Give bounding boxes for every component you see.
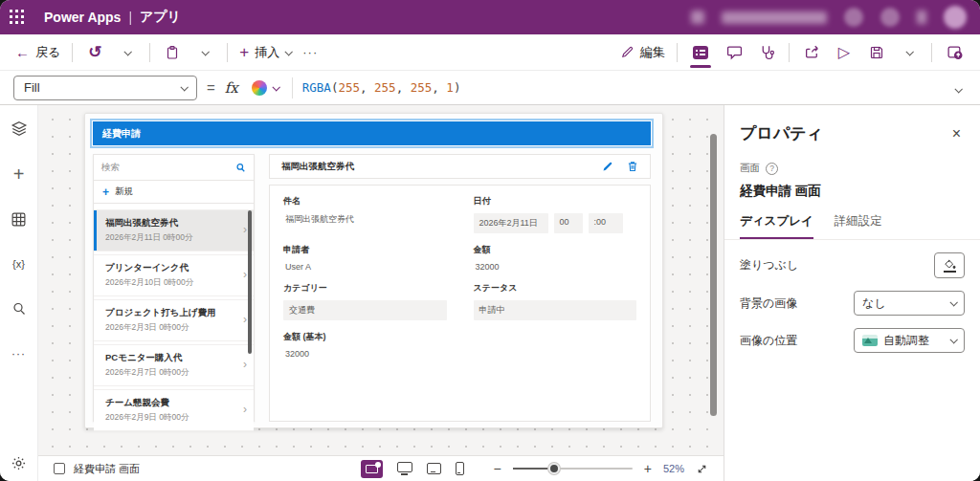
search-icon <box>11 301 27 317</box>
tab-display[interactable]: ディスプレイ <box>740 213 813 240</box>
divider <box>72 43 73 62</box>
app-canvas[interactable]: 経費申請 検索 + 新規 福岡出張航空券代 2026年2月11日 0時0 <box>84 113 663 428</box>
undo-button[interactable]: ↺ <box>84 40 105 65</box>
back-label: 戻る <box>35 44 60 61</box>
notifications-icon[interactable] <box>917 11 926 24</box>
field-amount-base: 金額 (基本) 32000 <box>283 331 447 359</box>
close-icon[interactable]: × <box>948 123 965 144</box>
list-item-date: 2026年2月10日 0時00分 <box>105 277 238 289</box>
copilot-button[interactable] <box>248 80 282 96</box>
share-button[interactable] <box>801 40 822 65</box>
property-selector[interactable]: Fill <box>13 76 197 100</box>
date-input[interactable]: 2026年2月11日 <box>474 213 548 233</box>
desktop-selected-icon[interactable] <box>361 460 383 478</box>
bg-image-value: なし <box>862 295 945 312</box>
edit-button[interactable]: 編集 <box>620 44 665 61</box>
formula-input[interactable]: RGBA(255, 255, 255, 1) <box>302 80 461 95</box>
search-icon[interactable] <box>235 163 246 173</box>
new-record-button[interactable]: + 新規 <box>94 181 254 204</box>
selected-element-name: 経費申請 画面 <box>740 183 965 200</box>
active-tool-underline <box>690 65 711 68</box>
variables-panel-button[interactable]: {x} <box>8 253 31 274</box>
edit-record-icon[interactable] <box>602 161 613 172</box>
data-panel-button[interactable] <box>8 208 31 230</box>
tablet-icon[interactable] <box>427 463 441 474</box>
minute-input[interactable]: :00 <box>589 213 623 233</box>
monitor-icon[interactable] <box>397 462 412 475</box>
settings-icon[interactable] <box>844 8 863 27</box>
back-button[interactable]: ← 戻る <box>15 44 60 61</box>
avatar[interactable] <box>944 6 967 29</box>
record-list-panel: 検索 + 新規 福岡出張航空券代 2026年2月11日 0時00分 › <box>93 154 255 422</box>
list-item[interactable]: チーム懇親会費 2026年2月9日 0時00分 › <box>94 389 254 431</box>
main-area: + {x} ··· 経費申請 検索 <box>0 105 980 481</box>
paste-dropdown-button[interactable] <box>194 40 215 65</box>
property-row-fill: 塗りつぶし <box>740 252 965 278</box>
list-item[interactable]: プリンターインク代 2026年2月10日 0時00分 › <box>94 254 254 296</box>
zoom-slider[interactable] <box>513 463 633 474</box>
search-panel-button[interactable] <box>8 298 31 319</box>
command-bar: ← 戻る ↺ + 挿入 ··· 編集 <box>0 34 980 71</box>
insert-button[interactable]: + 挿入 <box>239 44 291 61</box>
help-icon[interactable] <box>880 8 900 27</box>
publish-button[interactable] <box>944 40 965 65</box>
help-circle-icon[interactable]: ? <box>766 163 778 175</box>
status-input[interactable]: 申請中 <box>474 300 637 320</box>
detail-title: 福岡出張航空券代 <box>281 161 602 173</box>
chevron-down-icon <box>949 336 957 343</box>
field-label: 件名 <box>283 195 447 208</box>
section-name: アプリ <box>140 9 181 26</box>
save-button[interactable] <box>866 40 887 65</box>
top-bar-right <box>691 6 980 29</box>
tab-advanced[interactable]: 詳細設定 <box>835 213 882 240</box>
record-list: 福岡出張航空券代 2026年2月11日 0時00分 › プリンターインク代 20… <box>94 204 254 431</box>
app-checker-button[interactable] <box>756 40 777 65</box>
search-input[interactable]: 検索 <box>101 162 235 174</box>
save-dropdown-button[interactable] <box>899 40 920 65</box>
list-item[interactable]: 福岡出張航空券代 2026年2月11日 0時00分 › <box>94 209 254 251</box>
undo-dropdown-button[interactable] <box>117 40 138 65</box>
property-row-bg-image: 背景の画像 なし <box>740 291 965 316</box>
environment-icon[interactable] <box>691 11 704 24</box>
more-commands-button[interactable]: ··· <box>302 45 318 59</box>
detail-header: 福岡出張航空券代 <box>269 154 651 179</box>
workspace-scrollbar[interactable] <box>710 134 717 416</box>
bg-image-select[interactable]: なし <box>854 291 965 316</box>
detail-actions <box>602 161 638 172</box>
paste-button[interactable] <box>162 40 183 65</box>
list-item[interactable]: PCモニター購入代 2026年2月7日 0時00分 › <box>94 344 254 386</box>
list-item-title: 福岡出張航空券代 <box>105 217 238 230</box>
settings-button[interactable] <box>8 452 31 473</box>
app-header-title: 経費申請 <box>102 127 141 141</box>
app-header-bar[interactable]: 経費申請 <box>93 121 651 145</box>
delete-record-icon[interactable] <box>627 161 638 172</box>
zoom-in-button[interactable]: + <box>644 462 652 475</box>
save-icon <box>869 45 884 60</box>
field-value: 32000 <box>474 262 637 272</box>
comments-button[interactable] <box>724 40 745 65</box>
list-item[interactable]: プロジェクト打ち上げ費用 2026年2月3日 0時00分 › <box>94 299 254 341</box>
chevron-right-icon: › <box>243 313 247 326</box>
rail-more-button[interactable]: ··· <box>8 343 31 364</box>
phone-icon[interactable] <box>456 462 464 475</box>
zoom-slider-thumb[interactable] <box>548 463 560 474</box>
field-applicant: 申請者 User A <box>283 244 447 272</box>
list-scrollbar[interactable] <box>248 210 252 354</box>
fullscreen-button[interactable] <box>696 463 708 475</box>
environment-name-redacted[interactable] <box>722 11 827 24</box>
app-checker-selected-button[interactable] <box>689 40 712 65</box>
image-position-select[interactable]: 自動調整 <box>854 328 965 353</box>
formula-bar-expand-button[interactable] <box>955 79 967 97</box>
preview-button[interactable]: ▷ <box>834 40 855 65</box>
screen-checkbox[interactable] <box>54 463 65 474</box>
zoom-out-button[interactable]: − <box>494 462 501 475</box>
fill-color-button[interactable] <box>934 252 965 278</box>
properties-panel: プロパティ × 画面 ? 経費申請 画面 ディスプレイ 詳細設定 塗りつぶし <box>724 105 980 481</box>
category-input[interactable]: 交通費 <box>283 300 447 320</box>
insert-panel-button[interactable]: + <box>8 164 31 185</box>
comma: , <box>396 80 411 95</box>
waffle-menu-icon[interactable] <box>0 0 34 34</box>
tree-view-button[interactable] <box>8 119 31 140</box>
arg: 255 <box>411 80 433 95</box>
hour-input[interactable]: 00 <box>554 213 583 233</box>
